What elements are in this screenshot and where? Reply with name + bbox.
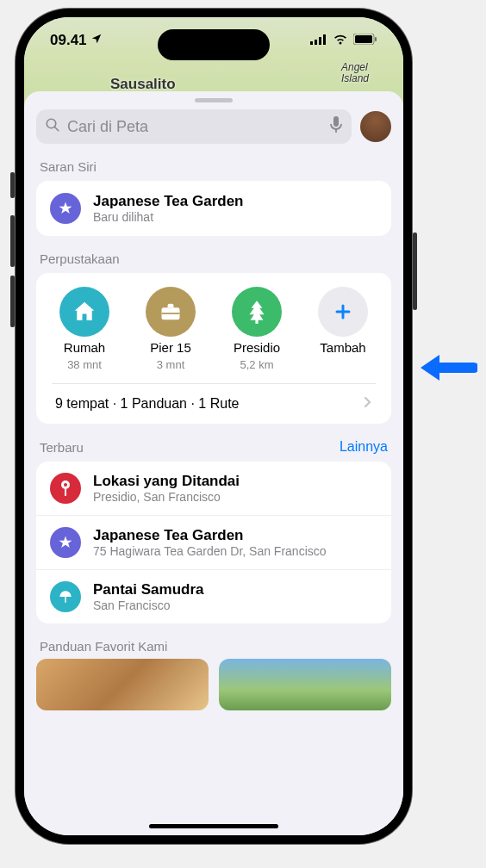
- siri-suggestion-item[interactable]: Japanese Tea Garden Baru dilihat: [36, 181, 391, 236]
- svg-line-8: [54, 127, 59, 131]
- briefcase-icon: [146, 287, 196, 337]
- library-summary[interactable]: 9 tempat · 1 Panduan · 1 Rute: [41, 384, 386, 424]
- svg-rect-18: [65, 488, 66, 496]
- siri-item-subtitle: Baru dilihat: [93, 210, 244, 224]
- star-icon: [50, 527, 81, 558]
- dynamic-island: [158, 29, 270, 60]
- search-icon: [45, 117, 60, 137]
- svg-point-17: [64, 483, 67, 487]
- profile-avatar[interactable]: [360, 111, 391, 142]
- svg-rect-3: [323, 34, 326, 45]
- library-item-work[interactable]: Pier 15 3 mnt: [132, 287, 209, 371]
- svg-rect-9: [333, 116, 339, 127]
- plus-icon: [318, 287, 368, 337]
- svg-rect-12: [162, 313, 180, 314]
- guide-card-2[interactable]: [219, 659, 391, 710]
- map-label-sausalito: Sausalito: [110, 76, 176, 93]
- battery-icon: [353, 32, 377, 49]
- library-item-presidio[interactable]: Presidio 5,2 km: [218, 287, 296, 371]
- guide-card-1[interactable]: [36, 659, 209, 710]
- search-input[interactable]: Cari di Peta: [36, 109, 352, 144]
- phone-frame: Sausalito AngelIsland 09.41: [16, 9, 412, 844]
- siri-suggestions-header: Saran Siri: [40, 159, 388, 174]
- search-placeholder: Cari di Peta: [67, 118, 322, 136]
- star-icon: [50, 193, 81, 224]
- library-card: Rumah 38 mnt Pier 15 3 mnt: [36, 273, 391, 424]
- favorites-header: Panduan Favorit Kami: [40, 639, 388, 654]
- recents-card: Lokasi yang Ditandai Presidio, San Franc…: [36, 462, 391, 623]
- search-sheet: Cari di Peta Saran Siri Japanese Tea Gar…: [24, 91, 403, 835]
- siri-item-title: Japanese Tea Garden: [93, 193, 244, 210]
- phone-screen: Sausalito AngelIsland 09.41: [24, 17, 403, 835]
- recents-more-button[interactable]: Lainnya: [340, 439, 388, 455]
- svg-rect-2: [319, 37, 321, 45]
- microphone-icon[interactable]: [329, 116, 343, 138]
- recent-item-tea-garden[interactable]: Japanese Tea Garden 75 Hagiwara Tea Gard…: [36, 515, 391, 569]
- tree-icon: [232, 287, 282, 337]
- recent-item-marked-location[interactable]: Lokasi yang Ditandai Presidio, San Franc…: [36, 462, 391, 515]
- map-label-angel-island: AngelIsland: [341, 62, 369, 84]
- svg-rect-13: [255, 319, 258, 324]
- chevron-right-icon: [364, 396, 372, 412]
- status-time: 09.41: [50, 32, 87, 49]
- svg-rect-1: [315, 40, 317, 45]
- svg-rect-0: [310, 41, 313, 45]
- home-indicator[interactable]: [149, 824, 278, 828]
- home-icon: [59, 287, 109, 337]
- recents-header: Terbaru Lainnya: [40, 439, 388, 455]
- sheet-grabber[interactable]: [195, 98, 233, 102]
- library-item-add[interactable]: Tambah: [304, 287, 382, 371]
- library-header: Perpustakaan: [40, 251, 388, 266]
- cellular-icon: [310, 32, 327, 49]
- recent-item-ocean-beach[interactable]: Pantai Samudra San Francisco: [36, 569, 391, 623]
- svg-rect-5: [355, 35, 372, 43]
- wifi-icon: [333, 32, 348, 49]
- umbrella-icon: [50, 581, 81, 612]
- library-item-home[interactable]: Rumah 38 mnt: [46, 287, 123, 371]
- svg-marker-21: [421, 355, 439, 381]
- pin-icon: [50, 473, 81, 504]
- favorites-row: [36, 659, 391, 710]
- callout-arrow-icon: [417, 348, 477, 391]
- location-arrow-icon: [90, 32, 103, 49]
- svg-rect-6: [375, 37, 377, 41]
